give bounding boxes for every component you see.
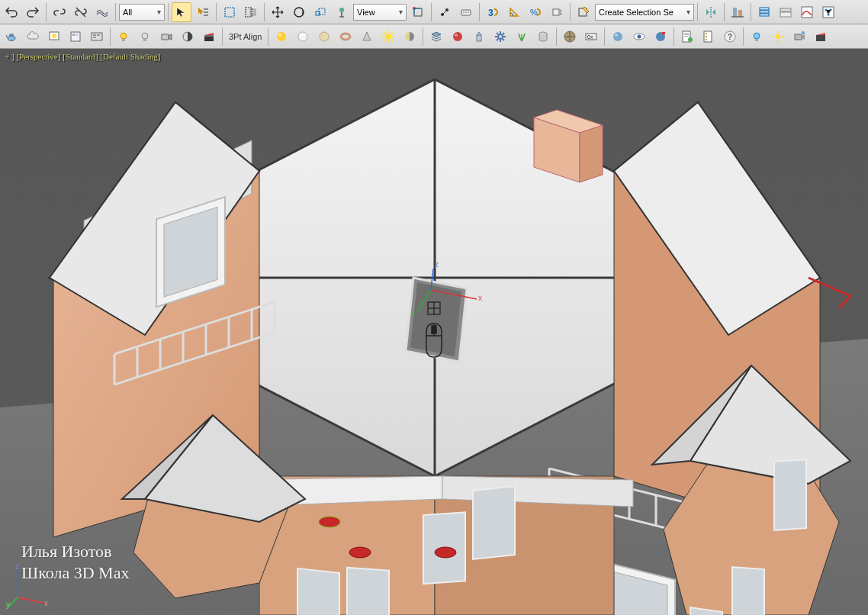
bind-space-warp-button[interactable] <box>92 2 112 22</box>
spinner-snap-button[interactable] <box>547 2 567 22</box>
svg-marker-98 <box>410 282 461 356</box>
svg-rect-45 <box>93 37 96 38</box>
scale-button[interactable] <box>310 2 330 22</box>
rendered-frame-button[interactable] <box>66 27 85 47</box>
svg-rect-150 <box>347 568 389 615</box>
move-button[interactable] <box>268 2 288 22</box>
help-icon[interactable]: ? <box>720 27 740 47</box>
svg-point-60 <box>385 34 391 40</box>
svg-rect-152 <box>473 486 515 559</box>
tower-icon[interactable] <box>469 27 489 47</box>
layer-explorer-button[interactable] <box>754 2 774 22</box>
unlink-button[interactable] <box>71 2 91 22</box>
plant-icon[interactable] <box>512 27 532 47</box>
select-by-name-button[interactable] <box>193 2 213 22</box>
rotate-button[interactable] <box>289 2 309 22</box>
bulb-blue-icon[interactable] <box>747 27 767 47</box>
hexcode-icon[interactable]: 0x <box>581 27 601 47</box>
light-on-icon[interactable] <box>114 27 133 47</box>
svg-rect-87 <box>755 39 758 41</box>
snap-toggle-button[interactable]: 3 <box>483 2 503 22</box>
clapper2-icon[interactable] <box>811 27 831 47</box>
viewport-label[interactable]: + ] [Perspective] [Standard] [Default Sh… <box>5 52 160 61</box>
cylinder-icon[interactable] <box>533 27 553 47</box>
redo-button[interactable] <box>23 2 43 22</box>
clapperboard-icon[interactable] <box>199 27 219 47</box>
exposure-icon[interactable] <box>178 27 198 47</box>
scene-3d-house: x y z <box>0 49 868 615</box>
use-pivot-center-button[interactable] <box>408 2 428 22</box>
keyboard-shortcut-button[interactable] <box>456 2 476 22</box>
edit-named-sel-button[interactable] <box>574 2 593 22</box>
sun-icon[interactable] <box>378 27 398 47</box>
camera2-icon[interactable] <box>789 27 809 47</box>
torus-icon[interactable] <box>336 27 355 47</box>
layers-icon[interactable] <box>426 27 446 47</box>
sphere-yellow-icon[interactable] <box>272 27 291 47</box>
svg-rect-30 <box>802 7 812 18</box>
viewport[interactable]: + ] [Perspective] [Standard] [Default Sh… <box>0 49 868 615</box>
sphere-half-icon[interactable] <box>400 27 420 47</box>
render-button[interactable] <box>87 27 107 47</box>
sphere-red-icon[interactable] <box>448 27 468 47</box>
svg-rect-41 <box>76 34 78 36</box>
window-crossing-button[interactable] <box>241 2 261 22</box>
svg-text:z: z <box>435 260 439 269</box>
svg-point-59 <box>341 34 350 40</box>
svg-point-79 <box>688 37 693 42</box>
curve-editor-button[interactable] <box>797 2 817 22</box>
svg-point-81 <box>706 33 707 34</box>
svg-point-35 <box>8 35 15 40</box>
light-off-icon[interactable] <box>135 27 155 47</box>
mirror-button[interactable] <box>701 2 721 22</box>
eyeball-icon[interactable] <box>629 27 649 47</box>
toggle-ribbon-button[interactable] <box>776 2 796 22</box>
watermark-line1: Илья Изотов <box>21 541 129 563</box>
named-selection-dropdown[interactable]: Create Selection Se <box>595 4 694 21</box>
select-region-rect-button[interactable] <box>220 2 240 22</box>
viewport-menu-plus[interactable]: + <box>5 52 9 61</box>
svg-text:0x: 0x <box>587 34 593 40</box>
sphere-white-icon[interactable] <box>293 27 313 47</box>
skylight-selected <box>406 278 467 362</box>
render-setup-button[interactable] <box>44 27 64 47</box>
svg-rect-77 <box>684 34 689 35</box>
viewport-menu-perspective[interactable]: [Perspective] <box>16 52 60 61</box>
refcoord-dropdown[interactable]: View <box>353 4 407 21</box>
placement-button[interactable] <box>332 2 352 22</box>
gear-icon[interactable] <box>490 27 510 47</box>
svg-point-88 <box>776 34 780 39</box>
svg-rect-17 <box>465 11 467 13</box>
undo-button[interactable] <box>2 2 21 22</box>
teapot-icon[interactable] <box>2 27 21 47</box>
svg-point-46 <box>121 33 127 39</box>
sphere-flag-icon[interactable] <box>651 27 670 47</box>
grid-brown-icon[interactable] <box>560 27 580 47</box>
svg-rect-147 <box>732 567 764 615</box>
svg-point-63 <box>455 34 458 36</box>
svg-rect-11 <box>414 8 422 16</box>
cone-icon[interactable] <box>357 27 377 47</box>
angle-snap-button[interactable] <box>504 2 524 22</box>
viewport-menu-standard[interactable]: [Standard] <box>63 52 98 61</box>
svg-rect-36 <box>10 34 13 36</box>
properties-icon[interactable] <box>677 27 697 47</box>
link-button[interactable] <box>50 2 69 22</box>
cloud-icon[interactable] <box>23 27 43 47</box>
sphere-blue-icon[interactable] <box>608 27 628 47</box>
percent-snap-button[interactable]: % <box>526 2 545 22</box>
selection-filter-dropdown[interactable]: All <box>119 4 165 21</box>
svg-point-154 <box>435 547 456 558</box>
sun2-icon[interactable] <box>768 27 788 47</box>
svg-rect-1 <box>204 8 208 10</box>
align-button[interactable] <box>728 2 747 22</box>
select-object-button[interactable] <box>172 2 191 22</box>
camera-icon[interactable] <box>156 27 176 47</box>
svg-text:y: y <box>6 601 10 609</box>
explorer-icon[interactable] <box>699 27 719 47</box>
schematic-view-button[interactable] <box>818 2 838 22</box>
sphere-beige-icon[interactable] <box>314 27 334 47</box>
svg-point-142 <box>319 517 340 527</box>
manipulate-button[interactable] <box>435 2 455 22</box>
viewport-menu-shading[interactable]: [Default Shading] <box>100 52 160 61</box>
